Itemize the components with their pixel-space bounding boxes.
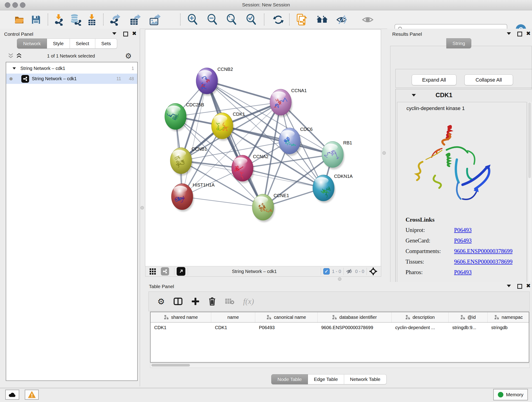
zoom-fit-button[interactable] <box>225 13 238 26</box>
zoom-selected-button[interactable] <box>245 13 258 26</box>
cloud-status-button[interactable] <box>5 390 19 400</box>
column-header-name[interactable]: name <box>211 312 255 322</box>
maximize-panel-icon[interactable] <box>123 32 128 36</box>
import-network-button[interactable] <box>53 13 66 26</box>
right-splitter-handle[interactable] <box>382 151 386 155</box>
open-session-button[interactable] <box>13 13 26 26</box>
tab-string-label[interactable]: String <box>446 38 471 48</box>
delete-column-trash-icon[interactable] <box>208 297 216 306</box>
results-scrollbar[interactable] <box>528 102 532 282</box>
warning-status-button[interactable] <box>25 390 39 400</box>
close-panel-icon[interactable]: ✖ <box>132 31 137 36</box>
expand-all-button[interactable]: Expand All <box>412 75 456 85</box>
network-node-ccnb1[interactable]: CCNB1 <box>170 147 207 176</box>
save-session-button[interactable] <box>29 13 43 26</box>
network-node-ccne1[interactable]: CCNE1 <box>252 193 289 222</box>
table-horizontal-scrollbar[interactable] <box>150 363 530 368</box>
birds-eye-navigator-icon[interactable] <box>369 267 377 275</box>
maximize-panel-icon[interactable] <box>517 32 522 36</box>
table-cell[interactable]: stringdb <box>488 322 530 332</box>
import-network-from-database-button[interactable] <box>69 13 82 26</box>
column-header-shared-name[interactable]: shared name <box>151 312 211 322</box>
crosslink-link[interactable]: 9606.ENSP00000378699 <box>454 248 513 254</box>
column-header-canonical-name[interactable]: canonical name <box>255 312 317 322</box>
grid-view-icon[interactable] <box>150 268 156 274</box>
network-edge[interactable] <box>182 81 207 197</box>
network-row[interactable]: String Network – cdk1 11 48 <box>6 74 137 84</box>
node-table[interactable]: shared namenamecanonical namedatabase id… <box>150 312 529 363</box>
table-cell[interactable]: P06493 <box>255 322 317 332</box>
table-cell[interactable]: cyclin-dependent ... <box>392 322 449 332</box>
import-table-button[interactable] <box>85 13 99 26</box>
network-node-ccna2[interactable]: CCNA2 <box>232 154 268 183</box>
tab-network-table[interactable]: Network Table <box>344 374 387 384</box>
table-cell[interactable]: CDK1 <box>211 322 255 332</box>
table-cell[interactable]: stringdb:9... <box>449 322 488 332</box>
tab-network[interactable]: Network <box>17 38 47 49</box>
table-cell[interactable]: 9606.ENSP00000378699 <box>317 322 392 332</box>
crosslink-link[interactable]: P06493 <box>454 227 472 233</box>
network-options-gear-icon[interactable]: ⚙ <box>125 51 132 60</box>
crosslink-link[interactable]: P06493 <box>454 237 472 244</box>
home-networks-button[interactable] <box>316 13 329 26</box>
left-splitter-handle[interactable] <box>140 206 144 210</box>
expand-all-networks-icon[interactable] <box>7 53 14 59</box>
collection-expand-icon[interactable] <box>13 67 16 70</box>
horizontal-splitter-handle[interactable] <box>338 277 341 281</box>
float-panel-icon[interactable] <box>112 32 116 35</box>
results-panel-tab-string[interactable]: String <box>446 38 471 48</box>
column-header--id[interactable]: @id <box>449 312 488 322</box>
export-table-button[interactable] <box>128 13 142 26</box>
crosslink-link[interactable]: P06493 <box>454 269 472 275</box>
export-image-button[interactable] <box>148 13 161 26</box>
float-panel-icon[interactable] <box>507 32 511 35</box>
network-node-cdc6[interactable]: CDC6 <box>279 127 312 156</box>
show-columns-icon[interactable] <box>173 297 183 306</box>
delete-table-icon[interactable] <box>225 298 234 305</box>
function-builder-icon[interactable]: f(x) <box>243 297 254 306</box>
selected-count-checkbox-icon[interactable]: ✓ <box>323 268 330 274</box>
network-node-rb1[interactable]: RB1 <box>322 140 352 169</box>
zoom-out-button[interactable] <box>206 13 219 26</box>
network-node-cdkn1a[interactable]: CDKN1A <box>313 174 353 203</box>
column-header-namespac[interactable]: namespac <box>488 312 530 322</box>
tab-style[interactable]: Style <box>47 38 70 49</box>
tab-node-table[interactable]: Node Table <box>271 374 308 384</box>
results-scrollbar-thumb[interactable] <box>528 102 531 178</box>
string-import-button[interactable] <box>295 13 308 26</box>
network-edge[interactable] <box>182 197 263 207</box>
collapse-all-button[interactable]: Collapse All <box>464 75 513 85</box>
close-panel-icon[interactable]: ✖ <box>526 31 531 36</box>
float-panel-icon[interactable] <box>507 285 511 287</box>
collapse-all-networks-icon[interactable] <box>16 53 22 59</box>
zoom-in-button[interactable] <box>186 13 199 26</box>
table-options-gear-icon[interactable]: ⚙ <box>157 297 165 306</box>
scrollbar-thumb[interactable] <box>152 364 190 366</box>
tab-edge-table[interactable]: Edge Table <box>308 374 344 384</box>
open-in-window-icon[interactable] <box>177 267 185 276</box>
table-cell[interactable]: CDK1 <box>151 322 211 332</box>
create-column-plus-icon[interactable] <box>191 297 200 306</box>
crosslink-link[interactable]: 9606.ENSP00000378699 <box>454 259 513 265</box>
network-node-ccnb2[interactable]: CCNB2 <box>196 67 233 96</box>
network-node-hist1h1a[interactable]: HIST1H1A <box>171 182 215 211</box>
tab-sets[interactable]: Sets <box>95 38 117 49</box>
network-edge[interactable] <box>207 81 263 207</box>
network-node-ccna1[interactable]: CCNA1 <box>270 88 307 117</box>
export-network-button[interactable] <box>109 13 122 26</box>
hide-selected-button[interactable] <box>336 13 349 26</box>
network-thumbnail-icon[interactable] <box>161 267 169 275</box>
memory-button[interactable]: Memory <box>493 389 528 400</box>
string-network-graph[interactable]: CCNB2CCNA1CDC25BCDK1CDC6RB1CCNB1CCNA2CDK… <box>145 30 381 266</box>
section-collapse-icon[interactable] <box>412 94 416 96</box>
cdk1-section-header[interactable]: CDK1 <box>396 89 532 101</box>
table-row[interactable]: CDK1CDK1P064939606.ENSP00000378699cyclin… <box>151 322 529 332</box>
maximize-panel-icon[interactable] <box>517 284 522 289</box>
network-collection-row[interactable]: String Network – cdk1 1 <box>6 63 137 74</box>
close-panel-icon[interactable]: ✖ <box>526 283 531 288</box>
column-header-description[interactable]: description <box>392 312 449 322</box>
show-all-button[interactable] <box>361 13 374 26</box>
column-header-database-identifier[interactable]: database identifier <box>317 312 392 322</box>
network-canvas[interactable]: CCNB2CCNA1CDC25BCDK1CDC6RB1CCNB1CCNA2CDK… <box>145 30 381 266</box>
apply-layout-button[interactable] <box>272 13 285 26</box>
